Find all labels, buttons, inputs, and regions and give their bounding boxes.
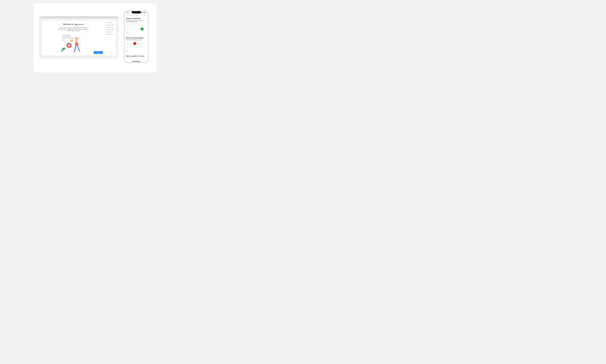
rating-option-5[interactable]: 5 <box>126 27 129 30</box>
svg-point-28 <box>77 42 77 42</box>
svg-point-16 <box>67 38 67 38</box>
step-label: Add contacts <box>106 31 111 32</box>
svg-point-22 <box>68 44 70 46</box>
window-titlebar <box>40 16 118 18</box>
question-title: Likely to recommend <box>126 18 146 19</box>
question-recommend: Likely to recommend How likely are you t… <box>126 18 146 34</box>
onboarding-steps: Account details Connect to Google Confir… <box>105 20 116 56</box>
svg-point-27 <box>76 42 77 42</box>
svg-rect-29 <box>73 51 75 52</box>
rating-grid: 012345678910N/A <box>126 42 146 52</box>
question-subtitle: How likely are you to recommend us to yo… <box>126 57 146 59</box>
question-title: Rate our quality of service. <box>126 55 146 57</box>
step-dot-icon <box>105 34 105 35</box>
rating-option-2[interactable]: 2 <box>133 42 136 45</box>
rating-option-9[interactable]: 9 <box>141 27 144 30</box>
onboarding-illustration <box>61 34 85 53</box>
rating-option-7[interactable]: 7 <box>133 46 136 49</box>
step-label: Confirm business <box>106 27 113 28</box>
question-title: Rate our professionalism. <box>126 37 146 39</box>
pulsem-logo: pulseM <box>75 24 83 25</box>
battery-icon <box>144 12 146 13</box>
step-label: Account details <box>106 22 112 23</box>
status-right <box>140 12 146 13</box>
step-confirm-business[interactable]: Confirm business <box>105 27 115 28</box>
wifi-icon <box>142 12 144 13</box>
canvas: Welcome to pulseM B <box>34 3 157 72</box>
rating-option-6[interactable]: 6 <box>130 27 133 30</box>
svg-point-15 <box>66 38 66 38</box>
rating-option-6[interactable]: 6 <box>130 46 133 49</box>
question-professionalism: Rate our professionalism. How did we han… <box>126 37 146 52</box>
home-indicator <box>132 61 141 62</box>
rating-option-N/A[interactable]: N/A <box>130 31 133 34</box>
svg-point-24 <box>75 39 78 41</box>
survey-progress-bar <box>126 15 146 16</box>
traffic-light-zoom-icon[interactable] <box>43 17 44 18</box>
rating-option-2[interactable]: 2 <box>133 24 136 27</box>
logo-text: pulseM <box>79 24 83 25</box>
svg-rect-33 <box>146 12 146 13</box>
rating-option-4[interactable]: 4 <box>141 24 144 27</box>
status-time: 9:41 <box>126 12 129 13</box>
phone-notch <box>132 11 141 13</box>
rating-option-4[interactable]: 4 <box>141 42 144 45</box>
question-subtitle: How did we handle our business? <box>126 39 146 41</box>
next-button[interactable]: Next <box>94 51 103 54</box>
traffic-light-close-icon[interactable] <box>40 17 41 18</box>
onboarding-card: Welcome to pulseM B <box>42 20 116 56</box>
step-connect-google[interactable]: Connect to Google <box>105 25 115 26</box>
step-confirm-send[interactable]: Confirm and send <box>105 34 115 35</box>
rating-option-5[interactable]: 5 <box>126 46 129 49</box>
window-body: Welcome to pulseM B <box>40 18 118 58</box>
rating-option-7[interactable]: 7 <box>133 27 136 30</box>
rating-option-N/A[interactable]: N/A <box>130 49 133 52</box>
step-preview-pulsecheck[interactable]: Preview pulseCheck <box>105 29 115 30</box>
phone-content: Likely to recommend How likely are you t… <box>125 15 148 59</box>
rating-option-1[interactable]: 1 <box>130 42 133 45</box>
rating-option-9[interactable]: 9 <box>141 46 144 49</box>
step-account-details[interactable]: Account details <box>105 22 115 23</box>
step-label: Preview pulseCheck <box>106 29 114 30</box>
question-quality: Rate our quality of service. How likely … <box>126 55 146 59</box>
svg-rect-1 <box>62 35 71 36</box>
rating-grid: 012345678910N/A <box>126 24 146 34</box>
step-label: Confirm and send <box>106 34 113 35</box>
svg-rect-32 <box>144 12 145 13</box>
traffic-light-minimize-icon[interactable] <box>42 17 42 18</box>
rating-option-0[interactable]: 0 <box>126 24 129 27</box>
question-subtitle: How likely are you to recommend us to yo… <box>126 20 146 23</box>
step-add-contacts[interactable]: Add contacts <box>105 31 115 32</box>
rating-option-0[interactable]: 0 <box>126 42 129 45</box>
rating-option-10[interactable]: 10 <box>126 31 129 34</box>
desktop-window: Welcome to pulseM B <box>40 16 118 58</box>
rating-option-10[interactable]: 10 <box>126 49 129 52</box>
rating-option-3[interactable]: 3 <box>137 24 140 27</box>
phone-device: 9:41 Likely to recommend <box>124 10 149 63</box>
step-dot-icon <box>105 31 105 32</box>
welcome-subheading: Boost your business reputation effortles… <box>57 27 89 31</box>
onboarding-main: Welcome to pulseM B <box>42 20 105 56</box>
rating-option-8[interactable]: 8 <box>137 27 140 30</box>
step-dot-icon <box>105 27 105 28</box>
welcome-prefix: Welcome to <box>63 23 74 26</box>
rating-option-3[interactable]: 3 <box>137 42 140 45</box>
step-label: Connect to Google <box>106 25 114 26</box>
step-dot-icon <box>105 29 105 30</box>
step-dot-icon <box>105 25 105 26</box>
rating-option-1[interactable]: 1 <box>130 24 133 27</box>
svg-point-14 <box>65 38 66 38</box>
rating-option-8[interactable]: 8 <box>137 46 140 49</box>
step-dot-icon <box>105 22 105 23</box>
welcome-heading: Welcome to pulseM <box>45 23 101 26</box>
phone-screen: 9:41 Likely to recommend <box>125 11 148 62</box>
